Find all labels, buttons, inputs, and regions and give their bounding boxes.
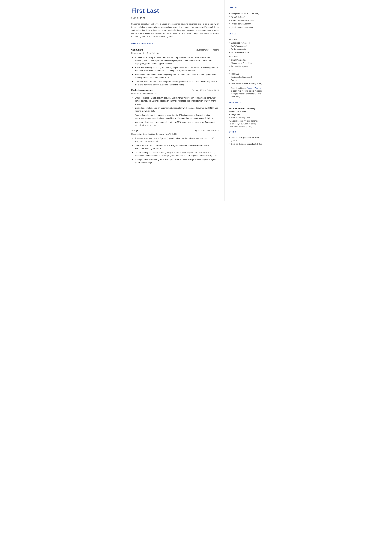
contact-divider (229, 10, 263, 10)
contact-header: CONTACT (229, 6, 263, 9)
contact-item-1: +1-334-453-119 (229, 15, 263, 18)
work-experience-header: WORK EXPERIENCE (131, 42, 219, 45)
edu-school: Resume Worded University (229, 107, 263, 110)
edu-location: Boston, MA — May 2009 (229, 116, 263, 119)
education-header: EDUCATION (229, 101, 263, 104)
job-dates-1: November 2015 – Present (196, 49, 219, 51)
tool-skill-0: PRINCE2 (229, 72, 263, 75)
tools-label: Tools: (229, 69, 263, 72)
promo-box: Don't forget to use Resume Worded to sca… (229, 87, 263, 98)
other-item-0: Certified Management Consultant (CMC). (229, 136, 263, 142)
right-column: CONTACT Montpelier, VT (Open to Remote) … (224, 0, 267, 201)
bullet-2-4: Increased click-through and conversion r… (131, 121, 219, 127)
bullet-1-4: Partnered with a 6-member team to promot… (131, 80, 219, 86)
contact-list: Montpelier, VT (Open to Remote) +1-334-4… (229, 12, 263, 29)
bullet-1-1: Archived infrequently accessed data and … (131, 56, 219, 65)
summary-text: Seasoned consultant with over 8 years of… (131, 22, 219, 38)
promo-link[interactable]: Resume Worded (247, 87, 261, 89)
bullet-2-2: Initiated and implemented an actionable … (131, 107, 219, 113)
technique-skill-0: Client Prospecting (229, 59, 263, 61)
other-item-1: Certified Business Consultant (CBC). (229, 143, 263, 146)
technique-skill-2: Process Management (229, 65, 263, 68)
contact-item-0: Montpelier, VT (Open to Remote) (229, 12, 263, 15)
contact-item-4: github.com/resumeworded (229, 26, 263, 29)
edu-field: Management (229, 113, 263, 116)
technical-skills-list: Salesforce (Advanced) SAP (Experienced) … (229, 42, 263, 54)
job-title-2: Marketing Associate (131, 89, 153, 92)
job-dates-3: August 2010 – January 2013 (193, 129, 219, 132)
other-divider (229, 134, 263, 134)
other-list: Certified Management Consultant (CMC). C… (229, 136, 263, 146)
job-title-1: Consultant (131, 48, 143, 51)
education-divider (229, 105, 263, 105)
promo-text-before: Don't forget to use (231, 87, 247, 89)
candidate-title: Consultant (131, 16, 219, 20)
job-dates-2: February 2013 – October 2015 (192, 89, 219, 92)
job-bullets-3: Promoted to an associate in 2 years (1 y… (131, 137, 219, 164)
job-company-1: Resume Worded, New York, NY (131, 52, 219, 55)
bullet-3-4: Managed and mentored 6 graduate analysts… (131, 158, 219, 164)
job-company-3: Resume Worded's Exciting Company, New Yo… (131, 133, 219, 136)
job-bullets-2: Enhanced value capture, growth, service,… (131, 97, 219, 127)
bullet-3-3: Led the training and peer-mentoring prog… (131, 151, 219, 157)
tech-skill-0: Salesforce (Advanced) (229, 42, 263, 44)
job-header-3: Analyst August 2010 – January 2013 (131, 129, 219, 132)
bullet-1-2: Saved RW $18M by analyzing and redesigni… (131, 66, 219, 72)
job-header-2: Marketing Associate February 2013 – Octo… (131, 89, 219, 92)
tech-skill-1: SAP (Experienced) (229, 45, 263, 48)
edu-awards: Awards: Resume Worded Teaching Fellow (o… (229, 119, 263, 128)
skills-divider (229, 36, 263, 36)
technical-label: Technical: (229, 38, 263, 41)
promo-text-after: to scan your resume before you send it o… (231, 90, 262, 98)
job-bullets-1: Archived infrequently accessed data and … (131, 56, 219, 86)
tool-skill-3: Enterprise Resource Planning (ERP) (229, 82, 263, 85)
bullet-2-3: Reduced email marketing campaign cycle t… (131, 114, 219, 120)
tech-skill-2: Business Objects (229, 48, 263, 51)
techniques-skills-list: Client Prospecting Management Consulting… (229, 59, 263, 68)
job-title-3: Analyst (131, 129, 140, 132)
bullet-3-1: Promoted to an associate in 2 years (1 y… (131, 137, 219, 143)
tools-skills-list: PRINCE2 Business Intelligence (BI) Scrum… (229, 72, 263, 85)
other-header: OTHER (229, 131, 263, 133)
edu-degree: Bachelor of Science (229, 110, 263, 113)
candidate-name: First Last (131, 6, 219, 15)
bullet-2-1: Enhanced value capture, growth, service,… (131, 97, 219, 106)
skills-header: SKILLS (229, 33, 263, 35)
job-company-2: Growthsi, San Francisco, CA (131, 92, 219, 95)
tool-skill-2: Scrum (229, 79, 263, 82)
job-header-1: Consultant November 2015 – Present (131, 48, 219, 51)
tool-skill-1: Business Intelligence (BI) (229, 76, 263, 78)
tech-skill-3: Microsoft Office Suite (229, 51, 263, 54)
bullet-1-3: Initiated and enforced the use of recycl… (131, 73, 219, 79)
contact-item-2: email@resumeworded.com (229, 19, 263, 22)
techniques-label: Techniques: (229, 55, 263, 58)
contact-item-3: linkedin.com/in/username (229, 22, 263, 25)
technique-skill-1: Management Consulting (229, 62, 263, 65)
bullet-3-2: Conducted final round interviews for 30+… (131, 144, 219, 150)
left-column: First Last Consultant Seasoned consultan… (125, 0, 224, 201)
